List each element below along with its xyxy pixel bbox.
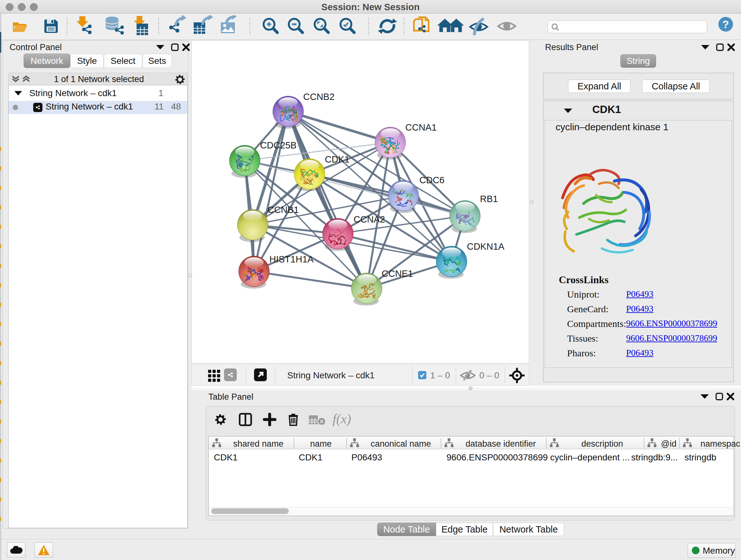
- svg-text:?: ?: [723, 18, 729, 30]
- svg-text:CCNE1: CCNE1: [382, 268, 413, 279]
- svg-text:CDC25B: CDC25B: [260, 140, 296, 150]
- svg-text:CCNB2: CCNB2: [303, 91, 334, 102]
- svg-text:CDC6: CDC6: [419, 175, 445, 185]
- svg-text:CDK1: CDK1: [325, 154, 349, 165]
- svg-text:CDKN1A: CDKN1A: [467, 241, 504, 252]
- svg-text:HIST1H1A: HIST1H1A: [269, 254, 314, 264]
- svg-text:CCNA1: CCNA1: [405, 122, 436, 132]
- svg-text:CCNA2: CCNA2: [354, 214, 385, 225]
- svg-text:RB1: RB1: [480, 194, 498, 204]
- svg-text:CCNB1: CCNB1: [267, 205, 299, 215]
